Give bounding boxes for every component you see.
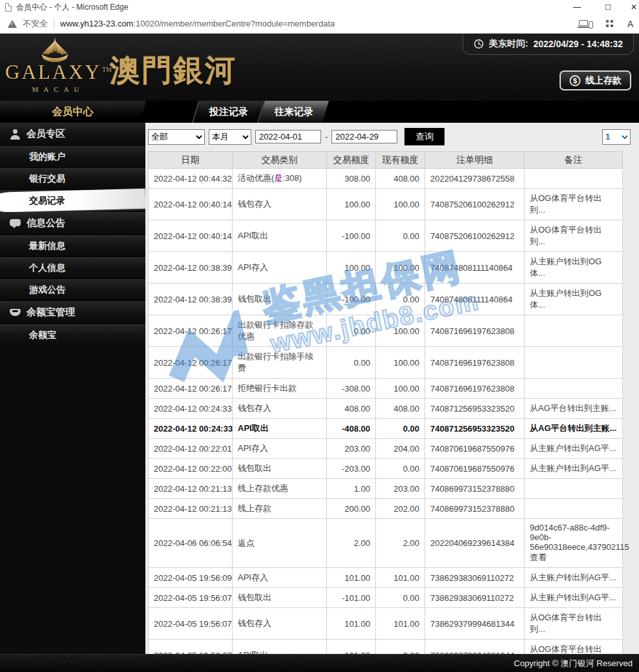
sidebar-item[interactable]: 游戏公告 <box>0 279 145 301</box>
column-header: 交易类别 <box>233 152 327 169</box>
cell-detail: 738629379994681344 <box>425 608 525 640</box>
sidebar-item[interactable]: 我的账户 <box>0 146 145 168</box>
send-to-devices-icon[interactable] <box>579 19 593 29</box>
security-label[interactable]: 不安全 <box>23 18 48 30</box>
sidebar-item[interactable]: 最新信息 <box>0 235 145 257</box>
chat-icon <box>9 218 22 229</box>
transactions-table: 日期交易类别交易额度现有额度注单明细备注 2022-04-12 00:44:32… <box>148 151 623 672</box>
copyright: Copyright © 澳门银河 Reserved <box>514 658 633 669</box>
content: 全部 本月 - 查询 1 日期交易类别交易额度现有额度注单明细备注 2022-0 <box>145 123 639 654</box>
cell-balance: 0.00 <box>376 220 425 252</box>
time-value: 2022/04/29 - 14:48:32 <box>533 39 623 49</box>
cell-type: 出款银行卡扣除存款优惠 <box>233 315 327 347</box>
apps-grid-icon[interactable] <box>605 19 614 28</box>
cell-balance: 2.00 <box>376 519 425 568</box>
cell-remark: 9d014c67-a88c-4df9-9e0b-56e90318eece,437… <box>525 519 623 568</box>
sidebar-item[interactable]: 信息公告 <box>0 212 145 235</box>
cell-balance: 100.00 <box>376 379 425 399</box>
table-row: 2022-04-12 00:22:01 API存入 203.00 204.00 … <box>149 439 623 459</box>
sidebar-item[interactable]: 个人信息 <box>0 257 145 279</box>
table-row: 2022-04-12 00:22:00 钱包取出 -203.00 0.00 74… <box>149 459 623 479</box>
cell-detail: 740874808111140864 <box>425 252 525 284</box>
cell-date: 2022-04-12 00:40:14 <box>149 189 233 220</box>
cell-amount: -100.00 <box>327 284 376 315</box>
type-filter-select[interactable]: 全部 <box>148 129 205 145</box>
url-text[interactable]: www.yh123-23.com:10020/member/memberCent… <box>60 19 335 28</box>
sidebar-item[interactable]: 会员专区 <box>0 123 145 146</box>
table-row: 2022-04-12 00:44:32 活动优惠(是:308) 308.00 4… <box>149 169 623 189</box>
time-label: 美东时间: <box>489 38 529 50</box>
sidebar-item[interactable]: 银行交易 <box>0 168 145 190</box>
column-header: 交易额度 <box>327 152 376 169</box>
table-row: 2022-04-12 00:26:17 拒绝银行卡出款 -308.00 100.… <box>149 379 623 399</box>
table-row: 2022-04-12 00:40:14 钱包存入 100.00 100.00 7… <box>149 189 623 220</box>
cell-remark <box>525 479 623 499</box>
site-header: GALAXYTM MACAU 澳門銀河 美东时间: 2022/04/29 - 1… <box>0 34 639 101</box>
cell-amount: 308.00 <box>327 169 376 189</box>
main-nav: 会员中心 投注记录 往来记录 <box>0 101 639 123</box>
cell-type: 钱包取出 <box>233 284 327 315</box>
cell-amount: 1.00 <box>327 479 376 499</box>
period-filter-select[interactable]: 本月 <box>209 129 251 145</box>
cell-date: 2022-04-12 00:24:33 <box>149 419 233 439</box>
brand-chinese: 澳門銀河 <box>110 50 236 91</box>
date-to-input[interactable] <box>331 130 397 143</box>
nav-tab[interactable]: 往来记录 <box>257 101 329 123</box>
warning-icon <box>8 20 17 28</box>
table-row: 2022-04-12 00:38:39 钱包取出 -100.00 0.00 74… <box>149 284 623 315</box>
window-titlebar: 会员中心 - 个人 - Microsoft Edge — ☐ ✕ <box>0 0 639 14</box>
cell-type: 拒绝银行卡出款 <box>233 379 327 399</box>
sidebar-item[interactable]: 交易记录 <box>0 190 145 212</box>
date-from-input[interactable] <box>255 130 321 143</box>
close-button[interactable]: ✕ <box>623 0 639 14</box>
cell-type: API取出 <box>233 419 327 439</box>
table-row: 2022-04-05 19:56:07 钱包取出 -101.00 0.00 73… <box>149 588 623 608</box>
cell-date: 2022-04-05 19:56:09 <box>149 568 233 588</box>
search-button[interactable]: 查询 <box>404 128 445 145</box>
cell-date: 2022-04-12 00:21:13 <box>149 479 233 499</box>
cell-detail: 740871256953323520 <box>425 419 525 439</box>
cell-detail: 740875206100262912 <box>425 189 525 220</box>
date-range-separator: - <box>325 132 328 142</box>
window-title: 会员中心 - 个人 - Microsoft Edge <box>16 2 128 13</box>
cell-detail: 740875206100262912 <box>425 220 525 252</box>
sidebar-item[interactable]: 余额宝 <box>0 324 145 346</box>
cell-balance: 0.00 <box>376 588 425 608</box>
sidebar-item[interactable]: 余额宝管理 <box>0 301 145 324</box>
cell-detail: 740870619687550976 <box>425 459 525 479</box>
cell-date: 2022-04-12 00:22:01 <box>149 439 233 459</box>
cell-type: 线上存款 <box>233 499 327 519</box>
table-row: 2022-04-12 00:24:33 钱包存入 408.00 408.00 7… <box>149 399 623 419</box>
minimize-button[interactable]: — <box>566 0 588 14</box>
cell-type: API存入 <box>233 439 327 459</box>
cell-date: 2022-04-12 00:21:13 <box>149 499 233 519</box>
maximize-button[interactable]: ☐ <box>597 0 619 14</box>
cell-detail: 738629383069110272 <box>425 588 525 608</box>
cell-remark: 从AG平台转出到主账... <box>525 419 623 439</box>
server-time: 美东时间: 2022/04/29 - 14:48:32 <box>463 34 634 55</box>
page-select[interactable]: 1 <box>602 129 631 145</box>
cell-detail: 738629383069110272 <box>425 568 525 588</box>
nav-tab[interactable]: 投注记录 <box>192 101 264 123</box>
cell-balance: 0.00 <box>376 419 425 439</box>
cell-amount: -408.00 <box>327 419 376 439</box>
table-row: 2022-04-12 00:21:13 线上存款优惠 1.00 203.00 7… <box>149 479 623 499</box>
cell-detail: 740874808111140864 <box>425 284 525 315</box>
column-header: 备注 <box>525 152 623 169</box>
cell-date: 2022-04-12 00:22:00 <box>149 459 233 479</box>
online-deposit-button[interactable]: $ 线上存款 <box>560 70 631 90</box>
cell-detail: 740871256953323520 <box>425 399 525 419</box>
cell-balance: 100.00 <box>376 252 425 284</box>
cell-amount: -308.00 <box>327 379 376 399</box>
cell-detail: 202204069239614384 <box>425 519 525 568</box>
cell-remark: 从OG体育平台转出到... <box>525 220 623 252</box>
table-row: 2022-04-12 00:21:13 线上存款 200.00 202.00 7… <box>149 499 623 519</box>
type-link[interactable]: 是 <box>274 173 282 183</box>
clock-icon <box>474 39 484 49</box>
cell-date: 2022-04-05 19:56:07 <box>149 588 233 608</box>
column-header: 日期 <box>149 152 233 169</box>
footer: Copyright © 澳门银河 Reserved <box>0 654 639 672</box>
view-link[interactable]: 查看 <box>530 552 617 563</box>
cell-detail: 740871696197623808 <box>425 347 525 379</box>
profile-initial[interactable]: A <box>627 19 638 29</box>
